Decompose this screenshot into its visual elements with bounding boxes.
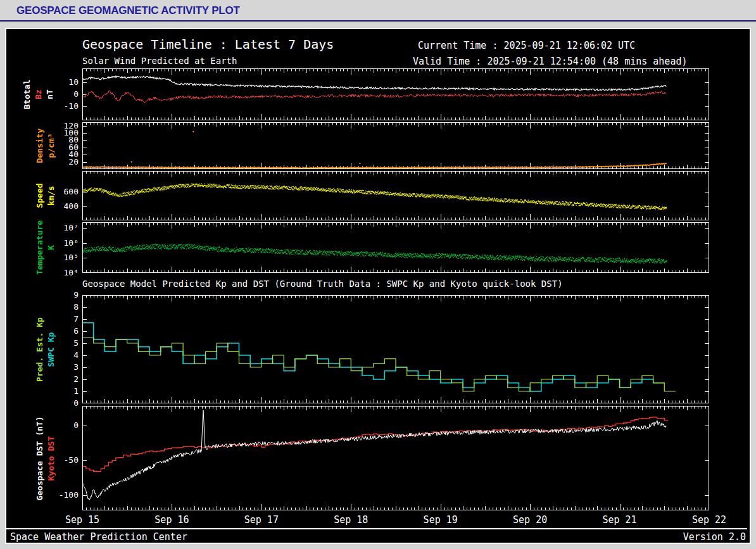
x-axis-label: Sep 19 — [424, 514, 458, 526]
y-tick-label-kp: 1 — [49, 386, 79, 396]
panel-canvas-temperature — [82, 222, 709, 273]
y-tick-label-kp: 9 — [49, 290, 79, 300]
panel-canvas-density — [82, 122, 709, 169]
geospace-plot: Geospace Timeline : Latest 7 Days Curren… — [5, 28, 751, 544]
panel-canvas-speed — [82, 171, 709, 220]
y-tick-label-imf: -10 — [49, 101, 79, 111]
axis-label-imf-0: Btotal — [22, 80, 32, 110]
y-tick-label-kp: 8 — [49, 302, 79, 312]
x-axis-label: Sep 15 — [65, 514, 99, 526]
x-axis-label: Sep 16 — [154, 514, 189, 526]
axis-label-density-1: p/cm³ — [46, 133, 56, 158]
axis-label-speed-0: Speed — [35, 183, 44, 208]
axis-label-temperature-0: Temperature — [35, 220, 44, 275]
axis-label-imf-1: Bz — [34, 89, 43, 99]
kp-dst-section-title: Geospace Model Predicted Kp and DST (Gro… — [82, 279, 563, 289]
plot-subtitle: Solar Wind Predicted at Earth — [82, 56, 237, 66]
plot-title: Geospace Timeline : Latest 7 Days — [82, 37, 334, 52]
version-label: Version 2.0 — [683, 531, 746, 543]
axis-label-dst-0: Geospace DST (nT) — [35, 416, 44, 500]
y-tick-label-density: 20 — [49, 157, 79, 167]
axis-label-temperature-1: K — [46, 245, 56, 250]
panel-canvas-dst — [82, 406, 709, 510]
x-axis-label: Sep 20 — [513, 514, 547, 526]
y-tick-label-temperature: 10⁵ — [49, 253, 79, 263]
axis-label-imf-2: nT — [45, 89, 54, 99]
page-header: GEOSPACE GEOMAGNETIC ACTIVITY PLOT — [0, 0, 756, 20]
panel-canvas-imf — [82, 68, 709, 120]
axis-label-dst-1: Kyoto DST — [46, 436, 56, 480]
axis-label-speed-1: km/s — [46, 186, 56, 205]
axis-label-density-0: Density — [35, 129, 44, 163]
footer-divider — [6, 528, 747, 529]
x-axis-label: Sep 22 — [692, 514, 726, 526]
footer-credit: Space Weather Prediction Center — [10, 531, 187, 543]
y-tick-label-temperature: 10⁴ — [49, 268, 79, 278]
y-tick-label-temperature: 10⁷ — [49, 223, 79, 233]
header-divider — [0, 20, 756, 22]
x-axis-label: Sep 17 — [244, 514, 279, 526]
current-time-label: Current Time : 2025-09-21 12:06:02 UTC — [418, 40, 635, 51]
axis-label-kp-0: Pred. Est. Kp — [35, 317, 44, 382]
y-tick-label-dst: -100 — [49, 490, 79, 500]
panel-canvas-kp — [82, 295, 709, 403]
y-tick-label-kp: 0 — [49, 398, 79, 408]
y-tick-label-kp: 7 — [49, 314, 79, 324]
valid-time-label: Valid Time : 2025-09-21 12:54:00 (48 min… — [413, 56, 687, 67]
x-axis-label: Sep 21 — [602, 514, 636, 526]
x-axis-label: Sep 18 — [334, 514, 368, 526]
y-tick-label-imf: 10 — [49, 77, 79, 87]
y-tick-label-kp: 2 — [49, 374, 79, 384]
y-tick-label-dst: 0 — [49, 420, 79, 431]
page-title: GEOSPACE GEOMAGNETIC ACTIVITY PLOT — [16, 4, 240, 16]
axis-label-kp-1: SWPC Kp — [46, 332, 56, 367]
